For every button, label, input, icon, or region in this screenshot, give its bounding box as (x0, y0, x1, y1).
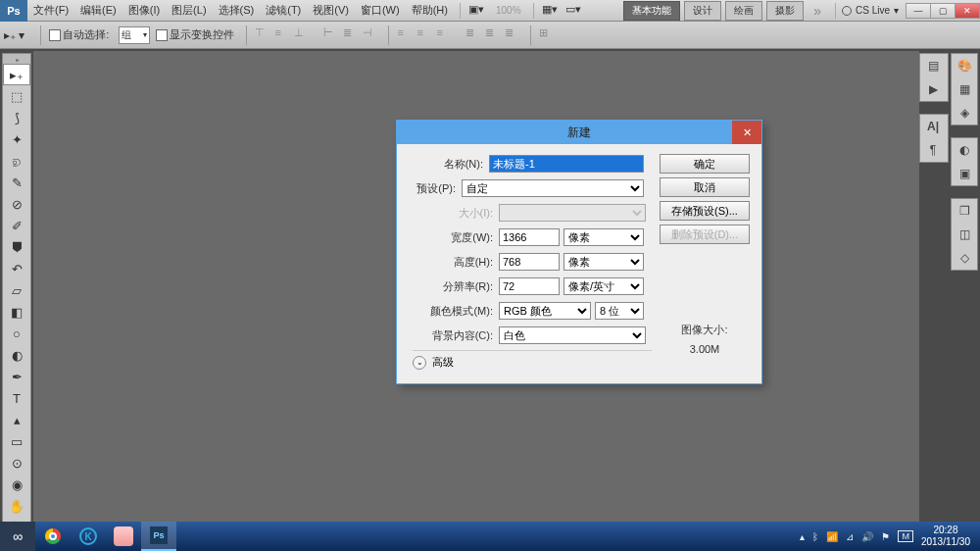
launch-bridge-icon[interactable]: ▣▾ (468, 3, 488, 19)
swatches-panel-icon[interactable]: ▦ (952, 77, 977, 101)
taskbar-clock[interactable]: 20:28 2013/11/30 (921, 525, 970, 548)
3d-camera-tool[interactable]: ◉ (3, 474, 30, 495)
ime-indicator[interactable]: M (898, 530, 913, 542)
shape-tool[interactable]: ▭ (3, 430, 30, 452)
cs-live-button[interactable]: CS Live ▾ (842, 5, 899, 16)
eraser-tool[interactable]: ▱ (3, 279, 30, 301)
auto-align-icon[interactable]: ⊞ (539, 26, 557, 44)
healing-brush-tool[interactable]: ⊘ (3, 193, 30, 215)
crop-tool[interactable]: ⟄ (3, 150, 30, 172)
adjustments-panel-icon[interactable]: ◐ (952, 138, 977, 162)
distribute-hcenter-icon[interactable]: ≣ (485, 26, 503, 44)
blur-tool[interactable]: ○ (3, 323, 30, 344)
taskbar-app[interactable] (106, 522, 141, 551)
menu-select[interactable]: 选择(S) (213, 3, 261, 18)
menu-layer[interactable]: 图层(L) (166, 3, 212, 18)
paths-panel-icon[interactable]: ◇ (952, 246, 977, 270)
height-unit-select[interactable]: 像素 (564, 253, 644, 271)
close-window-button[interactable]: ✕ (955, 3, 980, 19)
workspace-photography[interactable]: 摄影 (766, 1, 804, 21)
workspace-painting[interactable]: 绘画 (725, 1, 762, 21)
taskbar-kugou[interactable]: K (71, 522, 106, 551)
move-tool[interactable]: ▸₊ (3, 64, 30, 85)
height-input[interactable] (499, 253, 560, 271)
workspace-essentials[interactable]: 基本功能 (623, 1, 680, 21)
mode-bits-select[interactable]: 8 位 (595, 302, 644, 320)
save-preset-button[interactable]: 存储预设(S)... (660, 201, 750, 221)
maximize-button[interactable]: ▢ (930, 3, 956, 19)
lasso-tool[interactable]: ⟆ (3, 107, 30, 128)
width-unit-select[interactable]: 像素 (564, 228, 644, 246)
distribute-bottom-icon[interactable]: ≡ (436, 26, 454, 44)
dodge-tool[interactable]: ◐ (3, 344, 30, 366)
menu-filter[interactable]: 滤镜(T) (260, 3, 307, 18)
align-bottom-icon[interactable]: ⊥ (294, 26, 312, 44)
cancel-button[interactable]: 取消 (660, 177, 750, 197)
auto-select-checkbox[interactable] (49, 29, 61, 41)
gradient-tool[interactable]: ◧ (3, 301, 30, 323)
color-panel-icon[interactable]: 🎨 (952, 54, 977, 77)
advanced-toggle[interactable]: ⌄ 高级 (413, 350, 652, 370)
3d-tool[interactable]: ⊙ (3, 452, 30, 474)
align-top-icon[interactable]: ⊤ (255, 26, 272, 44)
menu-view[interactable]: 视图(V) (307, 3, 355, 18)
marquee-tool[interactable]: ⬚ (3, 85, 30, 107)
dialog-titlebar[interactable]: 新建 ✕ (397, 121, 761, 144)
tools-collapse-icon[interactable] (3, 54, 30, 64)
menu-file[interactable]: 文件(F) (27, 3, 74, 18)
distribute-vcenter-icon[interactable]: ≡ (416, 26, 434, 44)
stamp-tool[interactable]: ⛊ (3, 236, 30, 258)
name-input[interactable] (489, 155, 644, 173)
brush-tool[interactable]: ✐ (3, 215, 30, 236)
align-left-icon[interactable]: ⊢ (323, 26, 341, 44)
ok-button[interactable]: 确定 (660, 154, 750, 174)
path-select-tool[interactable]: ▴ (3, 409, 30, 430)
network-icon[interactable]: 📶 (826, 531, 838, 542)
distribute-left-icon[interactable]: ≣ (466, 26, 483, 44)
eyedropper-tool[interactable]: ✎ (3, 172, 30, 193)
view-extras-icon[interactable]: ▦▾ (542, 3, 562, 19)
align-vcenter-icon[interactable]: ≡ (274, 26, 292, 44)
width-input[interactable] (499, 228, 560, 246)
resolution-input[interactable] (499, 277, 560, 295)
history-brush-tool[interactable]: ↶ (3, 258, 30, 279)
screen-mode-icon[interactable]: ▭▾ (565, 3, 585, 19)
channels-panel-icon[interactable]: ◫ (952, 223, 977, 246)
minimize-button[interactable]: — (906, 3, 931, 19)
preset-select[interactable]: 自定 (462, 179, 644, 197)
paragraph-panel-icon[interactable]: ¶ (920, 138, 946, 162)
workspace-more-icon[interactable]: » (813, 3, 821, 19)
layers-panel-icon[interactable]: ❐ (952, 199, 977, 223)
distribute-right-icon[interactable]: ≣ (505, 26, 522, 44)
menu-help[interactable]: 帮助(H) (406, 3, 454, 18)
volume-icon[interactable]: 🔊 (861, 531, 873, 542)
type-tool[interactable]: T (3, 387, 30, 409)
distribute-top-icon[interactable]: ≡ (397, 26, 415, 44)
align-hcenter-icon[interactable]: ≣ (343, 26, 361, 44)
bluetooth-icon[interactable]: ᛒ (812, 531, 818, 542)
wifi-icon[interactable]: ⊿ (846, 531, 854, 542)
taskbar-chrome[interactable] (35, 522, 71, 551)
magic-wand-tool[interactable]: ✦ (3, 128, 30, 150)
masks-panel-icon[interactable]: ▣ (952, 162, 977, 185)
taskbar-photoshop[interactable]: Ps (141, 522, 176, 551)
start-button[interactable]: ∞ (0, 522, 35, 551)
bg-select[interactable]: 白色 (499, 326, 646, 344)
dialog-close-button[interactable]: ✕ (732, 121, 761, 144)
menu-image[interactable]: 图像(I) (122, 3, 166, 18)
menu-window[interactable]: 窗口(W) (355, 3, 406, 18)
show-transform-checkbox[interactable] (156, 29, 168, 41)
character-panel-icon[interactable]: A| (920, 115, 946, 138)
zoom-level[interactable]: 100% (496, 5, 521, 16)
history-panel-icon[interactable]: ▤ (920, 54, 946, 77)
pen-tool[interactable]: ✒ (3, 366, 30, 387)
resolution-unit-select[interactable]: 像素/英寸 (564, 277, 644, 295)
auto-select-combo[interactable]: 组 (119, 26, 150, 44)
action-center-icon[interactable]: ⚑ (881, 531, 890, 542)
align-right-icon[interactable]: ⊣ (363, 26, 380, 44)
menu-edit[interactable]: 编辑(E) (74, 3, 122, 18)
styles-panel-icon[interactable]: ◈ (952, 101, 977, 125)
tray-up-icon[interactable]: ▴ (800, 531, 805, 542)
hand-tool[interactable]: ✋ (3, 495, 30, 517)
mode-select[interactable]: RGB 颜色 (499, 302, 591, 320)
